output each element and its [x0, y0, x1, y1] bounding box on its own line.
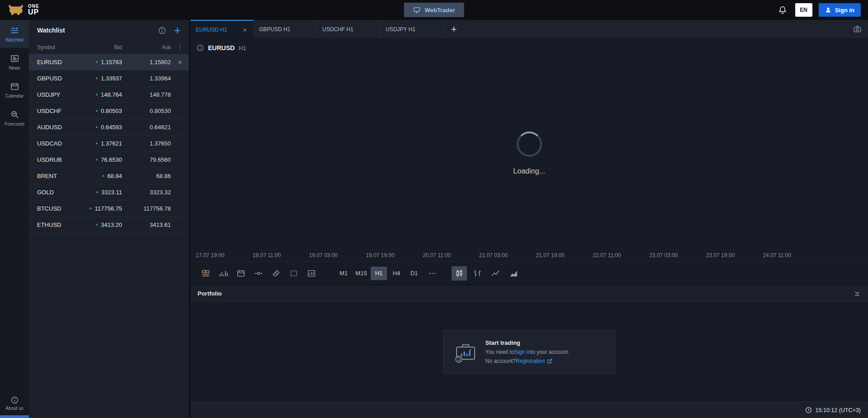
- status-bar: 15:10:12 (UTC+3): [190, 402, 868, 418]
- chart-area[interactable]: EURUSD H1 Loading... 17.07 19:00 18.07 1…: [190, 39, 868, 261]
- bid-value: 76.6530: [101, 156, 122, 163]
- timeframe-h4[interactable]: H4: [388, 267, 405, 280]
- line-tool-icon[interactable]: [251, 267, 266, 280]
- area-chart-icon[interactable]: [506, 266, 521, 281]
- sidebar-item-forecasts[interactable]: Forecasts: [0, 104, 29, 132]
- watchlist-row-btcusd[interactable]: BTCUSD ▲117756.75 117756.78: [29, 201, 189, 217]
- bull-logo-icon: [7, 4, 24, 16]
- watchlist-row-gold[interactable]: GOLD ▲3323.11 3323.32: [29, 184, 189, 201]
- volume-bars-icon[interactable]: [216, 267, 231, 280]
- add-tab-icon[interactable]: +: [443, 20, 464, 38]
- sidebar-item-calendar[interactable]: Calendar: [0, 76, 29, 104]
- need-prefix: You need to: [486, 349, 514, 355]
- watchlist-panel: Watchlist + Symbol Bid Ask ⋮ EURUSD ▲1.1…: [29, 20, 190, 418]
- watchlist-row-eurusd[interactable]: EURUSD ▲1.15783 1.15802 ×: [29, 54, 189, 70]
- sidebar-label: Watchlist: [5, 38, 24, 42]
- line-chart-icon[interactable]: [488, 266, 503, 281]
- up-arrow-icon: ▲: [95, 108, 99, 113]
- sign-in-link[interactable]: Sign in: [514, 349, 531, 355]
- watchlist-menu-icon[interactable]: ⋮: [171, 44, 189, 51]
- sidebar-label: About us: [5, 406, 23, 411]
- sidebar-item-watchlist[interactable]: Watchlist: [0, 20, 29, 48]
- watchlist-row-usdchf[interactable]: USDCHF ▲0.80503 0.80530: [29, 103, 189, 119]
- brand-logo[interactable]: ONE UP: [7, 4, 39, 16]
- economic-calendar-icon[interactable]: [234, 267, 248, 280]
- time-tick: 17.07 19:00: [196, 252, 224, 258]
- portfolio-title: Portfolio: [198, 290, 222, 297]
- up-arrow-icon: ▲: [95, 60, 99, 64]
- bottom-accent-bar: [0, 415, 29, 418]
- time-axis: 17.07 19:00 18.07 11:00 19.07 03:00 19.0…: [190, 252, 868, 258]
- tab-label: USDCHF H1: [322, 26, 354, 33]
- time-tick: 23.07 19:00: [706, 252, 735, 258]
- bid-cell: ▲68.84: [79, 173, 122, 179]
- watchlist-row-audusd[interactable]: AUDUSD ▲0.64593 0.64621: [29, 119, 189, 136]
- info-circle-icon: [11, 396, 19, 404]
- eraser-icon[interactable]: [269, 267, 283, 280]
- ask-value: 79.6560: [122, 156, 171, 163]
- bid-value: 3323.11: [101, 189, 122, 196]
- sign-in-button[interactable]: Sign in: [819, 3, 861, 17]
- ask-value: 1.33964: [122, 75, 171, 82]
- briefcase-chart-icon: [454, 341, 477, 363]
- bid-cell: ▲3413.20: [79, 221, 122, 228]
- watchlist-info-icon[interactable]: [158, 27, 166, 34]
- chart-info-icon[interactable]: [197, 44, 204, 52]
- sidebar-item-news[interactable]: News: [0, 48, 29, 76]
- chart-symbol: EURUSD: [208, 44, 235, 52]
- watchlist-row-gbpusd[interactable]: GBPUSD ▲1.33937 1.33964: [29, 70, 189, 87]
- bid-value: 148.764: [101, 91, 122, 98]
- language-button[interactable]: EN: [795, 3, 812, 17]
- time-tick: 21.07 03:00: [479, 252, 508, 258]
- bid-value: 68.84: [107, 173, 122, 179]
- external-link-icon: [547, 358, 552, 364]
- watchlist-row-brent[interactable]: BRENT ▲68.84 68.86: [29, 168, 189, 184]
- add-symbol-icon[interactable]: +: [172, 26, 183, 35]
- tab-label: GBPUSD H1: [259, 26, 290, 33]
- screenshot-camera-icon[interactable]: [853, 20, 868, 38]
- time-tick: 24.07 11:00: [763, 252, 791, 258]
- portfolio-body: Start trading You need to Sign in to you…: [190, 302, 868, 402]
- collapse-panel-icon[interactable]: [854, 290, 861, 297]
- timeframe-m15[interactable]: M15: [353, 267, 369, 280]
- up-arrow-icon: ▲: [89, 206, 93, 210]
- bid-value: 0.80503: [101, 108, 122, 114]
- watchlist-row-usdjpy[interactable]: USDJPY ▲148.764 148.778: [29, 87, 189, 103]
- time-tick: 19.07 03:00: [309, 252, 338, 258]
- watchlist-row-usdrub[interactable]: USDRUB ▲76.6530 79.6560: [29, 152, 189, 168]
- chart-toolbar: M1 M15 H1 H4 D1 ⋯: [190, 261, 868, 285]
- ask-value: 148.778: [122, 91, 171, 98]
- timeframe-m1[interactable]: M1: [335, 267, 352, 280]
- brand-bottom: UP: [28, 9, 39, 16]
- layout-widgets-icon[interactable]: [198, 267, 213, 280]
- registration-link[interactable]: Registration: [516, 358, 545, 364]
- webtrader-button[interactable]: WebTrader: [404, 3, 464, 17]
- tab-eurusd-h1[interactable]: EURUSD H1 ×: [190, 20, 254, 38]
- timeframe-h1[interactable]: H1: [371, 267, 387, 280]
- sidebar-label: Calendar: [5, 94, 24, 99]
- up-arrow-icon: ▲: [95, 157, 99, 161]
- watchlist-row-usdcad[interactable]: USDCAD ▲1.37621 1.37650: [29, 136, 189, 152]
- notification-bell-icon[interactable]: [776, 4, 789, 16]
- tab-usdchf-h1[interactable]: USDCHF H1: [317, 20, 380, 38]
- ask-value: 3413.61: [122, 221, 171, 228]
- remove-symbol-icon[interactable]: ×: [171, 58, 189, 66]
- more-timeframes-icon[interactable]: ⋯: [425, 267, 439, 280]
- timeframe-d1[interactable]: D1: [406, 267, 422, 280]
- column-symbol: Symbol: [37, 44, 79, 51]
- marquee-select-icon[interactable]: [287, 267, 301, 280]
- main-area: EURUSD H1 × GBPUSD H1 USDCHF H1 USDJPY H…: [190, 20, 868, 418]
- tab-gbpusd-h1[interactable]: GBPUSD H1: [254, 20, 317, 38]
- calendar-icon: [10, 82, 19, 91]
- clock-icon: [805, 407, 812, 413]
- watchlist-row-ethusd[interactable]: ETHUSD ▲3413.20 3413.61: [29, 217, 189, 233]
- tab-usdjpy-h1[interactable]: USDJPY H1: [380, 20, 443, 38]
- bars-chart-icon[interactable]: [470, 266, 485, 281]
- indicators-icon[interactable]: [304, 267, 319, 280]
- close-tab-icon[interactable]: ×: [242, 26, 248, 33]
- candles-chart-icon[interactable]: [452, 266, 467, 281]
- symbol-label: GBPUSD: [37, 75, 79, 82]
- chart-type-group: [452, 266, 524, 281]
- person-icon: [825, 7, 831, 13]
- sidebar-item-about[interactable]: About us: [0, 392, 29, 415]
